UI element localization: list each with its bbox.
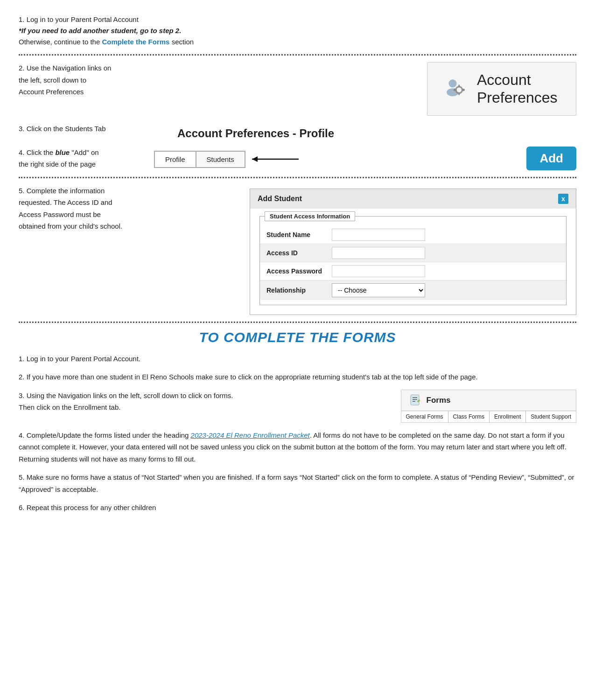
complete-forms-link[interactable]: Complete the Forms: [102, 38, 169, 46]
student-name-label: Student Name: [266, 231, 332, 238]
divider1: [19, 54, 576, 56]
forms-box: Forms General Forms Class Forms Enrollme…: [401, 390, 576, 423]
add-student-body: Student Access Information Student Name …: [250, 209, 576, 315]
step2-block: 2. Use the Navigation links onthe left, …: [19, 62, 576, 116]
arrow-pointing-students: [247, 150, 303, 168]
step5-text: 5. Complete the informationrequested. Th…: [19, 185, 154, 315]
add-student-title: Add Student: [258, 195, 302, 203]
tabs-and-add-area: Profile Students Add: [154, 147, 576, 170]
step1-line3-suffix: section: [169, 38, 194, 46]
bold-blue-word: blue: [55, 148, 70, 156]
forms-tab-enrollment[interactable]: Enrollment: [490, 411, 526, 422]
section2-item3-text: 3. Using the Navigation links on the lef…: [19, 390, 382, 413]
step1-block: 1. Log in to your Parent Portal Account …: [19, 14, 576, 48]
svg-rect-5: [458, 93, 460, 95]
section2-item6-text: Repeat this process for any other childr…: [27, 504, 156, 511]
relationship-label: Relationship: [266, 287, 332, 294]
student-name-input[interactable]: [332, 229, 425, 241]
section2-item4-prefix: Complete/Update the forms listed under t…: [27, 431, 191, 439]
tab-students[interactable]: Students: [196, 151, 245, 168]
tabs-container: Profile Students: [154, 151, 245, 168]
step2-text: 2. Use the Navigation links onthe left, …: [19, 62, 408, 98]
forms-tab-class[interactable]: Class Forms: [448, 411, 490, 422]
relationship-row: Relationship -- Choose Parent Guardian: [260, 280, 566, 300]
section2-item5: 5. Make sure no forms have a status of “…: [19, 471, 576, 495]
access-password-label: Access Password: [266, 267, 332, 275]
step4-block: 4. Click the blue "Add" onthe right side…: [19, 147, 576, 170]
access-password-input[interactable]: [332, 265, 425, 277]
gear-person-icon: [441, 75, 469, 103]
svg-point-3: [457, 88, 462, 92]
divider3: [19, 322, 576, 323]
section2-item4: 4. Complete/Update the forms listed unde…: [19, 429, 576, 465]
step1-line2: *If you need to add another student, go …: [19, 25, 576, 36]
add-student-header: Add Student x: [250, 189, 576, 209]
section2-item5-text: Make sure no forms have a status of “Not…: [19, 473, 574, 493]
add-button[interactable]: Add: [526, 147, 576, 170]
forms-title: Forms: [427, 396, 451, 405]
student-info-wrapper: Student Access Information Student Name …: [259, 216, 567, 305]
section2-item2-text: If you have more than one student in El …: [27, 373, 478, 381]
student-name-row: Student Name: [260, 226, 566, 244]
account-preferences-box: Account Preferences: [427, 62, 576, 116]
step3-heading-area: Account Preferences - Profile: [177, 123, 576, 147]
forms-tab-general[interactable]: General Forms: [401, 411, 448, 422]
step3-text: 3. Click on the Students Tab: [19, 123, 163, 134]
section2-item1-text: Log in to your Parent Portal Account.: [27, 355, 140, 363]
account-preferences-profile-heading: Account Preferences - Profile: [177, 127, 576, 140]
svg-point-0: [448, 80, 456, 88]
add-student-panel: Add Student x Student Access Information…: [250, 189, 576, 315]
step5-block: 5. Complete the informationrequested. Th…: [19, 185, 576, 315]
add-student-area: Add Student x Student Access Information…: [154, 185, 576, 315]
step1-line3-prefix: Otherwise, continue to the: [19, 38, 102, 46]
student-info-fields: Student Name Access ID Access Password: [260, 223, 566, 305]
section2-item3: 3. Using the Navigation links on the lef…: [19, 390, 576, 423]
relationship-select[interactable]: -- Choose Parent Guardian: [332, 283, 425, 297]
account-preferences-title: Account Preferences: [477, 71, 558, 107]
forms-tab-student-support[interactable]: Student Support: [526, 411, 576, 422]
section2-item1: 1. Log in to your Parent Portal Account.: [19, 353, 576, 365]
student-info-legend: Student Access Information: [265, 211, 355, 221]
forms-icon: [409, 394, 422, 407]
access-password-row: Access Password: [260, 262, 566, 280]
step1-line3: Otherwise, continue to the Complete the …: [19, 36, 576, 48]
forms-tabs-bar: General Forms Class Forms Enrollment Stu…: [401, 411, 576, 422]
section2-item6: 6. Repeat this process for any other chi…: [19, 502, 576, 514]
svg-rect-14: [411, 395, 419, 405]
svg-marker-13: [252, 156, 258, 162]
forms-box-header: Forms: [401, 390, 576, 411]
section2-title: TO COMPLETE THE FORMS: [19, 329, 576, 345]
close-button[interactable]: x: [558, 194, 568, 204]
divider2: [19, 177, 576, 178]
access-id-label: Access ID: [266, 249, 332, 257]
step4-text: 4. Click the blue "Add" onthe right side…: [19, 147, 140, 170]
tab-profile[interactable]: Profile: [154, 151, 196, 168]
access-id-row: Access ID: [260, 244, 566, 262]
step1-line1: 1. Log in to your Parent Portal Account: [19, 14, 576, 25]
step3-block: 3. Click on the Students Tab Account Pre…: [19, 123, 576, 147]
svg-rect-4: [458, 85, 460, 87]
section2-item2: 2. If you have more than one student in …: [19, 371, 576, 383]
access-id-input[interactable]: [332, 247, 425, 259]
enrollment-packet-link[interactable]: 2023-2024 El Reno Enrollment Packet: [191, 431, 310, 439]
